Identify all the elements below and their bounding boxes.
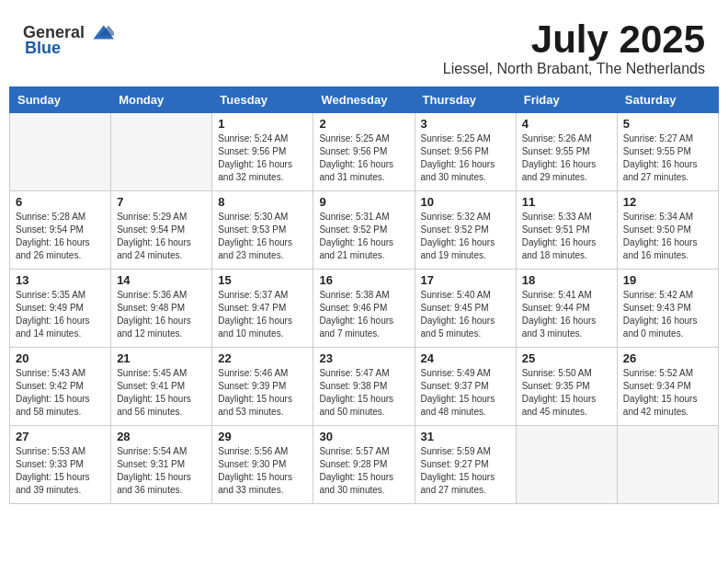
day-info: Sunrise: 5:25 AM Sunset: 9:56 PM Dayligh…	[421, 132, 510, 184]
calendar-cell: 15Sunrise: 5:37 AM Sunset: 9:47 PM Dayli…	[212, 270, 313, 348]
weekday-header-tuesday: Tuesday	[212, 87, 313, 113]
day-number: 4	[522, 117, 611, 131]
weekday-header-thursday: Thursday	[415, 87, 516, 113]
calendar-cell: 25Sunrise: 5:50 AM Sunset: 9:35 PM Dayli…	[516, 348, 617, 426]
logo-icon	[86, 18, 114, 46]
day-number: 20	[16, 351, 105, 365]
calendar-cell: 16Sunrise: 5:38 AM Sunset: 9:46 PM Dayli…	[313, 270, 415, 348]
day-number: 22	[218, 351, 307, 365]
day-info: Sunrise: 5:43 AM Sunset: 9:42 PM Dayligh…	[16, 367, 105, 419]
day-info: Sunrise: 5:50 AM Sunset: 9:35 PM Dayligh…	[522, 367, 611, 419]
day-info: Sunrise: 5:41 AM Sunset: 9:44 PM Dayligh…	[522, 289, 611, 340]
day-info: Sunrise: 5:27 AM Sunset: 9:55 PM Dayligh…	[623, 132, 712, 184]
day-info: Sunrise: 5:56 AM Sunset: 9:30 PM Dayligh…	[218, 445, 307, 497]
calendar-cell: 11Sunrise: 5:33 AM Sunset: 9:51 PM Dayli…	[516, 191, 617, 270]
day-info: Sunrise: 5:37 AM Sunset: 9:47 PM Dayligh…	[218, 289, 307, 340]
day-number: 10	[421, 195, 510, 209]
calendar-table: SundayMondayTuesdayWednesdayThursdayFrid…	[9, 86, 719, 504]
day-number: 28	[117, 430, 206, 443]
day-info: Sunrise: 5:33 AM Sunset: 9:51 PM Dayligh…	[522, 211, 611, 262]
week-row-3: 13Sunrise: 5:35 AM Sunset: 9:49 PM Dayli…	[10, 270, 719, 348]
day-number: 7	[117, 195, 206, 209]
calendar-cell: 12Sunrise: 5:34 AM Sunset: 9:50 PM Dayli…	[617, 191, 718, 270]
day-number: 23	[319, 351, 408, 365]
day-number: 25	[522, 351, 611, 365]
day-number: 6	[16, 195, 105, 209]
day-number: 18	[522, 273, 611, 287]
calendar-cell: 27Sunrise: 5:53 AM Sunset: 9:33 PM Dayli…	[10, 426, 111, 504]
day-info: Sunrise: 5:54 AM Sunset: 9:31 PM Dayligh…	[117, 445, 206, 497]
day-info: Sunrise: 5:53 AM Sunset: 9:33 PM Dayligh…	[16, 445, 105, 497]
day-info: Sunrise: 5:35 AM Sunset: 9:49 PM Dayligh…	[16, 289, 105, 340]
day-info: Sunrise: 5:34 AM Sunset: 9:50 PM Dayligh…	[623, 211, 712, 262]
calendar-cell: 14Sunrise: 5:36 AM Sunset: 9:48 PM Dayli…	[111, 270, 212, 348]
week-row-4: 20Sunrise: 5:43 AM Sunset: 9:42 PM Dayli…	[10, 348, 719, 426]
day-info: Sunrise: 5:36 AM Sunset: 9:48 PM Dayligh…	[117, 289, 206, 340]
day-info: Sunrise: 5:49 AM Sunset: 9:37 PM Dayligh…	[421, 367, 510, 419]
calendar-cell: 7Sunrise: 5:29 AM Sunset: 9:54 PM Daylig…	[111, 191, 212, 270]
day-number: 9	[319, 195, 408, 209]
day-number: 27	[16, 430, 105, 443]
calendar-cell: 9Sunrise: 5:31 AM Sunset: 9:52 PM Daylig…	[313, 191, 415, 270]
location-subtitle: Liessel, North Brabant, The Netherlands	[443, 61, 705, 77]
calendar-cell: 3Sunrise: 5:25 AM Sunset: 9:56 PM Daylig…	[415, 113, 516, 191]
header: General Blue July 2025 Liessel, North Br…	[9, 9, 719, 82]
day-info: Sunrise: 5:59 AM Sunset: 9:27 PM Dayligh…	[421, 445, 510, 497]
day-number: 24	[421, 351, 510, 365]
calendar-cell	[617, 426, 718, 504]
day-number: 14	[117, 273, 206, 287]
day-info: Sunrise: 5:57 AM Sunset: 9:28 PM Dayligh…	[319, 445, 408, 497]
weekday-header-wednesday: Wednesday	[313, 87, 415, 113]
calendar-cell	[111, 113, 212, 191]
day-info: Sunrise: 5:52 AM Sunset: 9:34 PM Dayligh…	[623, 367, 712, 419]
day-number: 8	[218, 195, 307, 209]
calendar-cell: 18Sunrise: 5:41 AM Sunset: 9:44 PM Dayli…	[516, 270, 617, 348]
calendar-cell: 28Sunrise: 5:54 AM Sunset: 9:31 PM Dayli…	[111, 426, 212, 504]
day-number: 21	[117, 351, 206, 365]
calendar-cell: 6Sunrise: 5:28 AM Sunset: 9:54 PM Daylig…	[10, 191, 111, 270]
day-number: 30	[319, 430, 408, 443]
calendar-cell: 10Sunrise: 5:32 AM Sunset: 9:52 PM Dayli…	[415, 191, 516, 270]
calendar-cell: 19Sunrise: 5:42 AM Sunset: 9:43 PM Dayli…	[617, 270, 718, 348]
calendar-cell: 1Sunrise: 5:24 AM Sunset: 9:56 PM Daylig…	[212, 113, 313, 191]
calendar-cell: 21Sunrise: 5:45 AM Sunset: 9:41 PM Dayli…	[111, 348, 212, 426]
day-number: 19	[623, 273, 712, 287]
day-number: 3	[421, 117, 510, 131]
day-info: Sunrise: 5:32 AM Sunset: 9:52 PM Dayligh…	[421, 211, 510, 262]
day-info: Sunrise: 5:30 AM Sunset: 9:53 PM Dayligh…	[218, 211, 307, 262]
calendar-cell: 26Sunrise: 5:52 AM Sunset: 9:34 PM Dayli…	[617, 348, 718, 426]
calendar-cell: 4Sunrise: 5:26 AM Sunset: 9:55 PM Daylig…	[516, 113, 617, 191]
day-number: 16	[319, 273, 408, 287]
week-row-5: 27Sunrise: 5:53 AM Sunset: 9:33 PM Dayli…	[10, 426, 719, 504]
calendar-cell: 20Sunrise: 5:43 AM Sunset: 9:42 PM Dayli…	[10, 348, 111, 426]
weekday-header-friday: Friday	[516, 87, 617, 113]
calendar-cell: 2Sunrise: 5:25 AM Sunset: 9:56 PM Daylig…	[313, 113, 415, 191]
calendar-cell: 31Sunrise: 5:59 AM Sunset: 9:27 PM Dayli…	[415, 426, 516, 504]
calendar-cell: 13Sunrise: 5:35 AM Sunset: 9:49 PM Dayli…	[10, 270, 111, 348]
day-info: Sunrise: 5:46 AM Sunset: 9:39 PM Dayligh…	[218, 367, 307, 419]
day-info: Sunrise: 5:26 AM Sunset: 9:55 PM Dayligh…	[522, 132, 611, 184]
weekday-header-saturday: Saturday	[617, 87, 718, 113]
day-info: Sunrise: 5:29 AM Sunset: 9:54 PM Dayligh…	[117, 211, 206, 262]
month-title: July 2025	[443, 18, 705, 61]
day-number: 1	[218, 117, 307, 131]
day-info: Sunrise: 5:45 AM Sunset: 9:41 PM Dayligh…	[117, 367, 206, 419]
calendar-cell: 30Sunrise: 5:57 AM Sunset: 9:28 PM Dayli…	[313, 426, 415, 504]
day-number: 2	[319, 117, 408, 131]
day-info: Sunrise: 5:40 AM Sunset: 9:45 PM Dayligh…	[421, 289, 510, 340]
calendar-cell: 17Sunrise: 5:40 AM Sunset: 9:45 PM Dayli…	[415, 270, 516, 348]
day-number: 31	[421, 430, 510, 443]
day-number: 15	[218, 273, 307, 287]
day-number: 29	[218, 430, 307, 443]
weekday-header-monday: Monday	[111, 87, 212, 113]
calendar-cell: 22Sunrise: 5:46 AM Sunset: 9:39 PM Dayli…	[212, 348, 313, 426]
day-info: Sunrise: 5:47 AM Sunset: 9:38 PM Dayligh…	[319, 367, 408, 419]
week-row-1: 1Sunrise: 5:24 AM Sunset: 9:56 PM Daylig…	[10, 113, 719, 191]
calendar-cell: 8Sunrise: 5:30 AM Sunset: 9:53 PM Daylig…	[212, 191, 313, 270]
day-number: 11	[522, 195, 611, 209]
calendar-cell: 23Sunrise: 5:47 AM Sunset: 9:38 PM Dayli…	[313, 348, 415, 426]
day-number: 26	[623, 351, 712, 365]
week-row-2: 6Sunrise: 5:28 AM Sunset: 9:54 PM Daylig…	[10, 191, 719, 270]
day-info: Sunrise: 5:25 AM Sunset: 9:56 PM Dayligh…	[319, 132, 408, 184]
calendar-cell	[10, 113, 111, 191]
